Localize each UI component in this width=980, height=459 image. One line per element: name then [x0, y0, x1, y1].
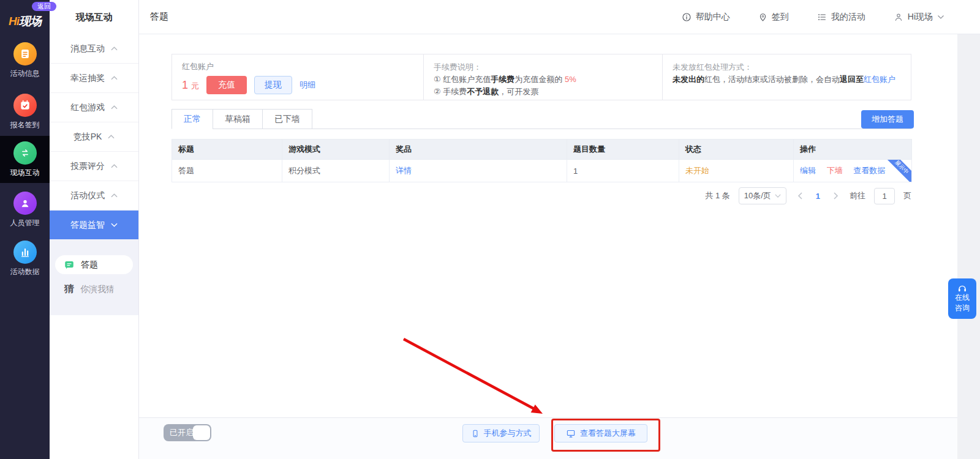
monitor-icon — [566, 429, 576, 438]
chevron-right-icon — [834, 192, 839, 200]
checkin-link[interactable]: 签到 — [758, 12, 789, 23]
tab-normal[interactable]: 正常 — [172, 109, 213, 129]
view-big-screen-label: 查看答题大屏幕 — [580, 428, 636, 439]
view-big-screen-button[interactable]: 查看答题大屏幕 — [554, 424, 647, 442]
menu-item-label: 红包游戏 — [70, 102, 105, 113]
prev-page-button[interactable] — [795, 192, 805, 200]
cell-prize: 详情 — [390, 160, 567, 182]
help-center-label: 帮助中心 — [696, 12, 730, 23]
menu-item-ceremony[interactable]: 活动仪式 — [50, 181, 138, 211]
location-pin-icon — [758, 12, 767, 22]
detail-link[interactable]: 明细 — [300, 80, 315, 91]
online-consult-button[interactable]: 在线 咨询 — [948, 278, 976, 319]
menu-item-label: 答题益智 — [70, 220, 105, 231]
main-content: 红包账户 1 元 充值 提现 明细 手续费说明： ① 红包账户充值手续费为充值金… — [139, 34, 957, 459]
offwall-link[interactable]: 下墙 — [827, 166, 843, 175]
view-data-link[interactable]: 查看数据 — [853, 166, 885, 175]
page-size-value: 10条/页 — [744, 190, 771, 201]
checkin-label: 签到 — [772, 12, 789, 23]
cell-mode: 积分模式 — [282, 160, 390, 182]
menu-item-label: 投票评分 — [70, 161, 105, 172]
recharge-button[interactable]: 充值 — [206, 76, 247, 94]
my-activities-link[interactable]: 我的活动 — [817, 12, 865, 23]
menu-item-label: 竞技PK — [74, 132, 102, 143]
my-activities-label: 我的活动 — [831, 12, 865, 23]
help-center-link[interactable]: 帮助中心 — [682, 12, 730, 23]
chevron-up-icon — [111, 164, 118, 168]
refund-text: 红包，活动结束或活动被删除，会自动 — [704, 75, 840, 84]
edit-link[interactable]: 编辑 — [800, 166, 816, 175]
table-row: 答题 积分模式 详情 1 未开始 编辑 下墙 查看数据 展示中 — [172, 160, 912, 182]
header-actions: 帮助中心 签到 我的活动 Hi现场 — [682, 12, 944, 23]
menu-item-pk[interactable]: 竞技PK — [50, 122, 138, 152]
phone-participation-button[interactable]: 手机参与方式 — [462, 424, 540, 442]
menu-item-label: 活动仪式 — [70, 190, 105, 201]
list-icon — [817, 12, 827, 22]
sidebar-item-activity-data[interactable]: 活动数据 — [0, 235, 50, 277]
fee-text-bold: 手续费 — [491, 75, 514, 84]
fee-title: 手续费说明： — [434, 61, 652, 73]
pagination: 共 1 条 10条/页 1 前往 页 — [172, 186, 911, 206]
page-unit-label: 页 — [903, 190, 911, 201]
fee-line-2: ② 手续费不予退款，可开发票 — [434, 86, 652, 98]
sidebar-item-activity-info[interactable]: 活动信息 — [0, 37, 50, 79]
add-quiz-button[interactable]: 增加答题 — [861, 110, 914, 129]
refund-text-bold: 未发出的 — [673, 75, 704, 84]
fee-text: ，可开发票 — [499, 87, 538, 96]
cell-title: 答题 — [172, 160, 282, 182]
submenu-item-label: 答题 — [81, 259, 98, 271]
sidebar-item-label: 人员管理 — [0, 218, 50, 228]
total-count: 共 1 条 — [705, 190, 729, 201]
menu-item-vote[interactable]: 投票评分 — [50, 152, 138, 181]
menu-item-lottery[interactable]: 幸运抽奖 — [50, 64, 138, 93]
sidebar-item-label: 报名签到 — [0, 120, 50, 130]
menu-item-message[interactable]: 消息互动 — [50, 34, 138, 64]
bar-chart-icon — [13, 241, 37, 264]
status-badge: 未开始 — [685, 166, 709, 175]
page-title: 答题 — [150, 11, 168, 23]
withdraw-button[interactable]: 提现 — [254, 76, 292, 94]
fee-text: ② 手续费 — [434, 87, 467, 96]
page-number-1[interactable]: 1 — [813, 192, 823, 201]
submenu-item-guess[interactable]: 猜 你演我猜 — [50, 274, 138, 296]
col-title: 标题 — [172, 140, 282, 160]
quiz-tabs: 正常 草稿箱 已下墙 — [172, 109, 911, 129]
quiz-submenu: 答题 猜 你演我猜 — [50, 239, 138, 315]
chevron-down-icon — [111, 223, 118, 227]
cell-status: 未开始 — [679, 160, 794, 182]
toggle-label: 已开启 — [170, 427, 194, 438]
enabled-toggle[interactable]: 已开启 — [164, 424, 211, 441]
menu-item-quiz-selected[interactable]: 答题益智 — [50, 211, 138, 239]
submenu-item-label: 你演我猜 — [80, 284, 115, 295]
chevron-left-icon — [797, 192, 802, 200]
chat-icon — [64, 259, 75, 271]
goto-page-input[interactable] — [874, 188, 895, 204]
person-icon — [13, 192, 37, 215]
document-icon — [13, 42, 37, 65]
next-page-button[interactable] — [831, 192, 841, 200]
prize-detail-link[interactable]: 详情 — [396, 166, 412, 175]
headset-icon — [957, 284, 967, 293]
toggle-knob — [193, 425, 210, 440]
fee-text-bold: 不予退款 — [467, 87, 499, 96]
refund-title: 未发放红包处理方式： — [673, 61, 901, 73]
sidebar-item-signup-checkin[interactable]: 报名签到 — [0, 88, 50, 130]
wallet-account-link[interactable]: 红包账户 — [864, 75, 895, 84]
sidebar-item-label: 活动信息 — [0, 69, 50, 79]
sidebar-item-live-interaction[interactable]: 现场互动 — [0, 136, 50, 183]
menu-item-redpacket[interactable]: 红包游戏 — [50, 93, 138, 122]
back-button[interactable]: 返回 — [32, 2, 56, 11]
submenu-item-answer[interactable]: 答题 — [55, 255, 133, 274]
sidebar-title: 现场互动 — [50, 0, 138, 34]
refund-note-box: 未发放红包处理方式： 未发出的红包，活动结束或活动被删除，会自动退回至红包账户 — [662, 54, 911, 100]
phone-participation-label: 手机参与方式 — [484, 428, 532, 439]
swap-arrows-icon — [13, 141, 37, 165]
fee-percent: 5% — [565, 75, 576, 84]
tab-offwall[interactable]: 已下墙 — [262, 109, 312, 129]
account-menu[interactable]: Hi现场 — [894, 12, 944, 23]
page-size-select[interactable]: 10条/页 — [739, 187, 786, 204]
table-header-row: 标题 游戏模式 奖品 题目数量 状态 操作 — [172, 140, 912, 160]
tab-draft[interactable]: 草稿箱 — [213, 109, 262, 129]
quiz-table: 标题 游戏模式 奖品 题目数量 状态 操作 答题 积分模式 详情 1 未开始 编… — [172, 139, 912, 182]
sidebar-item-personnel[interactable]: 人员管理 — [0, 186, 50, 228]
